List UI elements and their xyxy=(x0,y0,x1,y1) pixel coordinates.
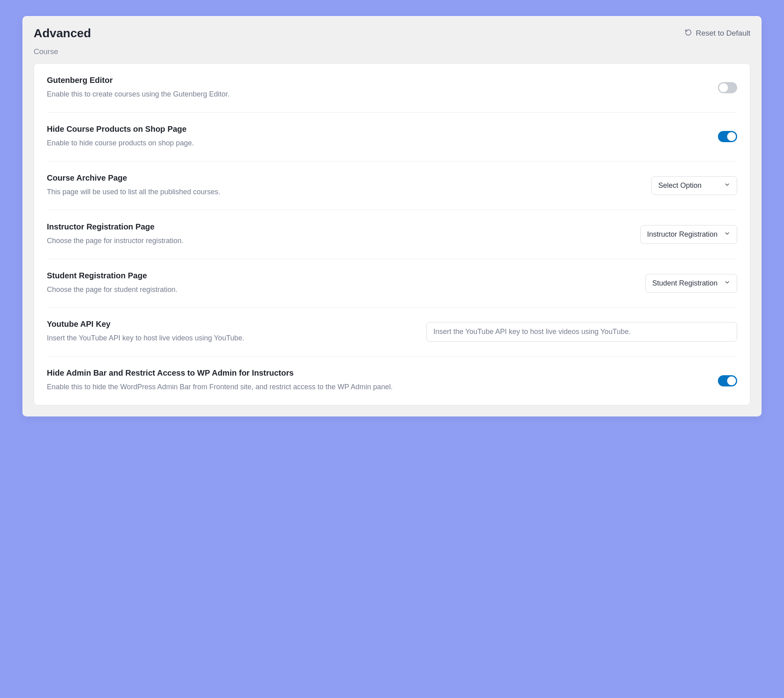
select-value: Instructor Registration xyxy=(647,230,718,239)
reset-label: Reset to Default xyxy=(696,29,750,38)
row-gutenberg-editor: Gutenberg Editor Enable this to create c… xyxy=(47,64,737,113)
setting-description: Choose the page for student registration… xyxy=(47,284,633,296)
row-instructor-registration-page: Instructor Registration Page Choose the … xyxy=(47,210,737,259)
row-student-registration-page: Student Registration Page Choose the pag… xyxy=(47,259,737,308)
setting-title: Student Registration Page xyxy=(47,271,633,280)
youtube-api-key-input[interactable] xyxy=(426,322,737,342)
gutenberg-toggle[interactable] xyxy=(718,82,737,93)
page-title: Advanced xyxy=(34,26,91,40)
select-value: Select Option xyxy=(658,181,702,190)
setting-title: Hide Course Products on Shop Page xyxy=(47,125,705,134)
row-hide-admin-bar: Hide Admin Bar and Restrict Access to WP… xyxy=(47,356,737,405)
setting-description: Insert the YouTube API key to host live … xyxy=(47,333,323,344)
student-registration-select[interactable]: Student Registration xyxy=(645,274,737,293)
hide-products-toggle[interactable] xyxy=(718,131,737,142)
setting-description: Enable this to hide the WordPress Admin … xyxy=(47,382,705,393)
settings-card: Gutenberg Editor Enable this to create c… xyxy=(34,63,750,405)
setting-title: Course Archive Page xyxy=(47,173,639,183)
instructor-registration-select[interactable]: Instructor Registration xyxy=(640,225,737,244)
reset-icon xyxy=(685,29,692,38)
hide-admin-bar-toggle[interactable] xyxy=(718,375,737,386)
chevron-down-icon xyxy=(724,181,730,190)
row-hide-course-products: Hide Course Products on Shop Page Enable… xyxy=(47,113,737,161)
setting-title: Instructor Registration Page xyxy=(47,222,627,231)
setting-description: Enable to hide course products on shop p… xyxy=(47,138,705,149)
row-youtube-api-key: Youtube API Key Insert the YouTube API k… xyxy=(47,308,737,356)
setting-title: Youtube API Key xyxy=(47,320,323,329)
panel-header: Advanced Reset to Default xyxy=(22,26,762,47)
course-archive-select[interactable]: Select Option xyxy=(651,176,737,195)
chevron-down-icon xyxy=(724,279,730,288)
reset-to-default-button[interactable]: Reset to Default xyxy=(685,29,750,38)
select-value: Student Registration xyxy=(652,279,718,288)
setting-title: Hide Admin Bar and Restrict Access to WP… xyxy=(47,368,705,378)
setting-description: Enable this to create courses using the … xyxy=(47,89,705,100)
chevron-down-icon xyxy=(724,230,730,239)
setting-description: This page will be used to list all the p… xyxy=(47,187,639,198)
setting-title: Gutenberg Editor xyxy=(47,76,705,85)
section-label: Course xyxy=(22,47,762,63)
settings-panel: Advanced Reset to Default Course Gutenbe… xyxy=(22,16,762,416)
row-course-archive-page: Course Archive Page This page will be us… xyxy=(47,161,737,210)
setting-description: Choose the page for instructor registrat… xyxy=(47,235,627,247)
